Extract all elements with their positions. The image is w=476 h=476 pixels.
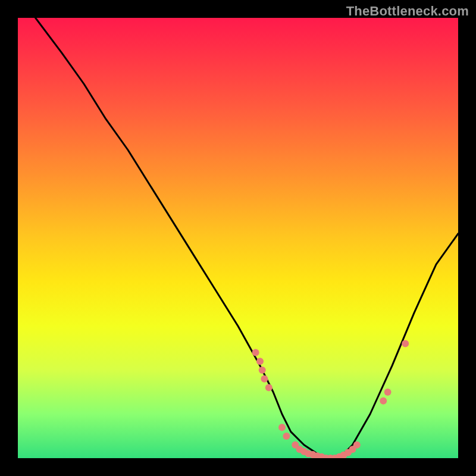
svg-point-2 <box>259 367 266 374</box>
svg-point-1 <box>256 358 264 365</box>
svg-point-0 <box>252 349 259 356</box>
svg-point-23 <box>384 389 392 396</box>
chart-container: TheBottleneck.com <box>0 0 476 476</box>
svg-point-22 <box>380 397 387 405</box>
svg-point-6 <box>283 433 290 440</box>
watermark-label: TheBottleneck.com <box>346 4 469 19</box>
svg-point-5 <box>278 424 286 431</box>
plot-area <box>18 18 458 458</box>
svg-point-4 <box>265 384 273 392</box>
curve-svg <box>18 18 458 458</box>
svg-point-24 <box>402 340 409 347</box>
bottleneck-curve <box>36 18 458 458</box>
svg-point-21 <box>353 441 361 449</box>
svg-point-3 <box>261 375 268 383</box>
